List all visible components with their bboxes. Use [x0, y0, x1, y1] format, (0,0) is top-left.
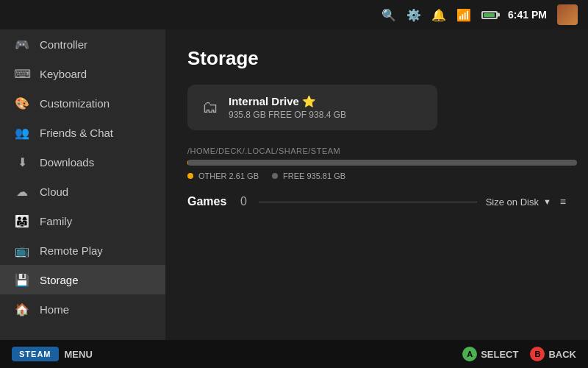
- drive-name: Internal Drive ⭐: [229, 95, 346, 108]
- home-icon: 🏠: [15, 302, 29, 316]
- settings-icon[interactable]: ⚙️: [406, 8, 421, 22]
- storage-bar-used: [187, 160, 188, 166]
- games-label: Games: [187, 195, 232, 208]
- drive-star: ⭐: [302, 95, 316, 107]
- sidebar-item-cloud[interactable]: ☁ Cloud: [0, 177, 165, 206]
- legend-free: FREE 935.81 GB: [272, 171, 345, 180]
- sidebar-item-family[interactable]: 👨‍👩‍👧 Family: [0, 206, 165, 236]
- sidebar-item-storage[interactable]: 💾 Storage: [0, 265, 165, 294]
- downloads-icon: ⬇: [15, 155, 29, 169]
- cloud-icon: ☁: [15, 184, 29, 199]
- main-layout: 🎮 Controller ⌨ Keyboard 🎨 Customization …: [0, 29, 588, 340]
- drive-info: Internal Drive ⭐ 935.8 GB FREE OF 938.4 …: [229, 95, 346, 120]
- filter-icon: ≡: [560, 196, 566, 208]
- sidebar-item-friends-chat[interactable]: 👥 Friends & Chat: [0, 118, 165, 147]
- clock: 6:41 PM: [508, 9, 547, 21]
- legend-free-dot: [272, 173, 278, 179]
- games-divider: [259, 202, 477, 202]
- b-button[interactable]: B: [530, 347, 545, 361]
- select-label: SELECT: [481, 349, 518, 360]
- storage-icon: 💾: [15, 272, 29, 287]
- sidebar: 🎮 Controller ⌨ Keyboard 🎨 Customization …: [0, 29, 165, 340]
- sidebar-item-customization[interactable]: 🎨 Customization: [0, 88, 165, 118]
- sort-label: Size on Disk: [486, 197, 539, 208]
- sidebar-label-downloads: Downloads: [40, 156, 94, 169]
- bottombar: STEAM MENU A SELECT B BACK: [0, 340, 588, 368]
- search-icon[interactable]: 🔍: [381, 8, 396, 22]
- sidebar-label-keyboard: Keyboard: [40, 68, 87, 80]
- avatar[interactable]: [557, 4, 578, 25]
- select-action: A SELECT: [462, 347, 518, 361]
- sidebar-label-storage: Storage: [40, 274, 79, 286]
- notifications-icon[interactable]: 🔔: [431, 8, 446, 22]
- sidebar-label-friends-chat: Friends & Chat: [40, 127, 113, 139]
- signal-icon: 📶: [456, 8, 471, 22]
- keyboard-icon: ⌨: [15, 66, 29, 81]
- drive-size: 935.8 GB FREE OF 938.4 GB: [229, 110, 346, 120]
- drive-path: /HOME/DECK/.LOCAL/SHARE/STEAM: [187, 146, 566, 155]
- games-count: 0: [240, 195, 247, 208]
- sidebar-item-home[interactable]: 🏠 Home: [0, 294, 165, 324]
- drive-icon: 🗂: [202, 98, 218, 117]
- sidebar-label-customization: Customization: [40, 97, 110, 110]
- storage-legend: OTHER 2.61 GB FREE 935.81 GB: [187, 171, 566, 180]
- remote-play-icon: 📺: [15, 243, 29, 258]
- sidebar-item-keyboard[interactable]: ⌨ Keyboard: [0, 59, 165, 88]
- sidebar-label-controller: Controller: [40, 38, 87, 51]
- back-action: B BACK: [530, 347, 576, 361]
- family-icon: 👨‍👩‍👧: [15, 213, 29, 228]
- friends-icon: 👥: [15, 125, 29, 140]
- drive-card[interactable]: 🗂 Internal Drive ⭐ 935.8 GB FREE OF 938.…: [187, 85, 437, 130]
- storage-bar: [187, 160, 577, 166]
- games-sort-button[interactable]: Size on Disk ▼ ≡: [486, 196, 566, 208]
- sidebar-item-controller[interactable]: 🎮 Controller: [0, 29, 165, 59]
- sidebar-item-remote-play[interactable]: 📺 Remote Play: [0, 236, 165, 265]
- back-label: BACK: [548, 349, 576, 360]
- sidebar-label-family: Family: [40, 215, 72, 227]
- topbar: 🔍 ⚙️ 🔔 📶 6:41 PM: [0, 0, 588, 29]
- a-button[interactable]: A: [462, 347, 477, 361]
- controller-icon: 🎮: [15, 37, 29, 52]
- legend-other: OTHER 2.61 GB: [187, 171, 259, 180]
- sidebar-item-downloads[interactable]: ⬇ Downloads: [0, 147, 165, 177]
- menu-label: MENU: [65, 349, 93, 360]
- legend-other-dot: [187, 173, 193, 179]
- sidebar-label-cloud: Cloud: [40, 185, 68, 198]
- games-row: Games 0 Size on Disk ▼ ≡: [187, 195, 566, 208]
- steam-button[interactable]: STEAM: [12, 347, 59, 361]
- page-title: Storage: [187, 47, 566, 70]
- battery-indicator: [481, 11, 498, 19]
- customization-icon: 🎨: [15, 96, 29, 110]
- sidebar-label-home: Home: [40, 303, 69, 316]
- chevron-down-icon: ▼: [543, 197, 551, 206]
- content-area: Storage 🗂 Internal Drive ⭐ 935.8 GB FREE…: [165, 29, 588, 340]
- sidebar-label-remote-play: Remote Play: [40, 244, 103, 257]
